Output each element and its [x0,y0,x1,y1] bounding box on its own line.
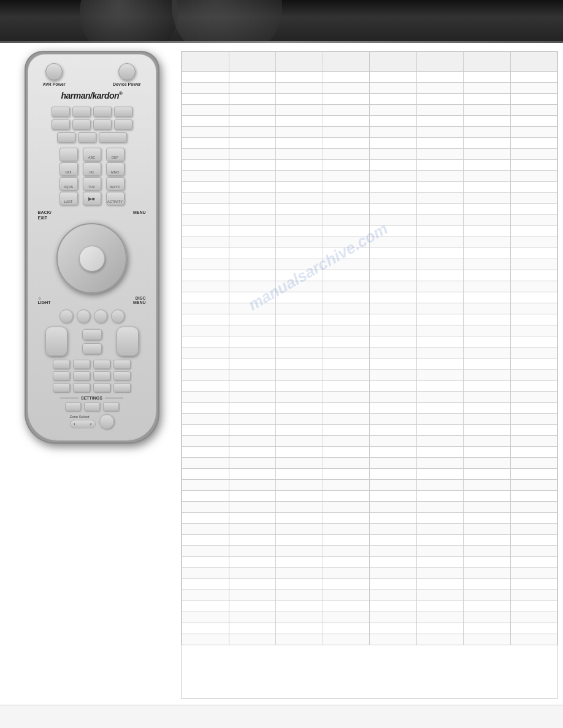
table-cell [276,259,323,270]
fn-btn-8[interactable] [113,371,131,381]
table-cell [182,535,229,546]
key-4[interactable]: GHI [59,162,78,176]
table-row [182,358,557,370]
col-header-5 [370,52,417,72]
table-cell [276,634,323,645]
table-cell [510,623,557,634]
src-btn-6[interactable] [72,119,91,130]
fn-btn-11[interactable] [93,383,110,392]
src-btn-9[interactable] [57,132,75,143]
fn-btn-2[interactable] [73,360,90,369]
center-btn-1[interactable] [82,329,102,340]
src-btn-2[interactable] [72,107,91,117]
settings-btn-3[interactable] [103,402,119,411]
table-cell [276,524,323,535]
src-btn-4[interactable] [114,107,132,117]
key-1[interactable] [59,148,78,161]
small-circle-4[interactable] [111,309,124,323]
table-cell [323,215,370,226]
dpad-center[interactable] [79,246,105,271]
table-cell [323,237,370,248]
fn-btn-7[interactable] [93,371,110,381]
src-btn-8[interactable] [114,119,132,130]
src-btn-1[interactable] [52,107,70,117]
fn-btn-9[interactable] [53,383,70,392]
table-row [182,270,557,281]
fn-btn-12[interactable] [113,383,131,392]
zone-switch[interactable]: 1 2 [70,420,96,428]
table-cell [182,381,229,392]
table-cell [229,370,276,381]
table-cell [229,215,276,226]
small-circle-2[interactable] [77,309,90,323]
table-cell [229,72,276,83]
table-cell [510,557,557,568]
table-cell [510,127,557,138]
src-btn-7[interactable] [93,119,112,130]
small-circle-1[interactable] [59,309,73,323]
key-5[interactable]: JKL [83,162,101,176]
table-row [182,127,557,138]
table-cell [370,535,417,546]
table-cell [323,105,370,116]
table-row [182,160,557,171]
table-cell [416,612,464,623]
fn-btn-5[interactable] [53,371,70,381]
src-btn-5[interactable] [52,119,70,130]
table-cell [464,127,511,138]
key-transport[interactable]: ▶■ [83,192,101,205]
table-cell [182,281,229,292]
fn-btn-6[interactable] [73,371,90,381]
table-cell [323,392,370,403]
src-btn-3[interactable] [93,107,112,117]
small-circle-3[interactable] [94,309,107,323]
fn-btn-3[interactable] [93,360,110,369]
fn-btn-4[interactable] [113,360,131,369]
header-bar [0,0,563,43]
key-2[interactable]: ABC [83,148,101,161]
zone-select-group: Zone Select 1 2 [70,415,96,428]
table-cell [182,601,229,612]
src-btn-10[interactable] [78,132,96,143]
table-cell [370,215,417,226]
ch-rocker[interactable] [117,327,139,356]
table-cell [464,623,511,634]
table-cell [464,226,511,237]
table-cell [229,546,276,557]
zone-extra-btn[interactable] [99,414,114,429]
key-activity[interactable]: ACTIVITY [106,192,124,205]
table-row [182,447,557,458]
key-3[interactable]: DEF [106,148,124,161]
center-btn-2[interactable] [82,343,102,354]
table-cell [370,149,417,160]
table-cell [229,634,276,645]
settings-btn-2[interactable] [84,402,100,411]
src-btn-11[interactable] [99,132,127,143]
avr-power-button[interactable] [45,63,63,80]
dpad-wheel[interactable] [56,223,127,294]
table-cell [229,358,276,370]
device-power-button[interactable] [118,63,136,80]
key-last[interactable]: LAST [59,192,78,205]
table-cell [370,381,417,392]
table-cell [229,314,276,325]
table-cell [229,347,276,358]
vol-rocker[interactable] [45,327,67,356]
table-cell [182,469,229,480]
key-9[interactable]: WXYZ [106,177,124,191]
key-6[interactable]: MNO [106,162,124,176]
table-cell [510,590,557,601]
menu-label: MENU [133,210,146,221]
table-cell [182,160,229,171]
settings-btn-1[interactable] [65,402,81,411]
fn-btn-10[interactable] [73,383,90,392]
table-row [182,381,557,392]
table-cell [182,579,229,590]
key-7[interactable]: PQRS [59,177,78,191]
table-cell [416,292,464,303]
table-cell [276,370,323,381]
table-cell [510,381,557,392]
fn-btn-1[interactable] [53,360,70,369]
key-8[interactable]: TUV [83,177,101,191]
table-cell [510,634,557,645]
